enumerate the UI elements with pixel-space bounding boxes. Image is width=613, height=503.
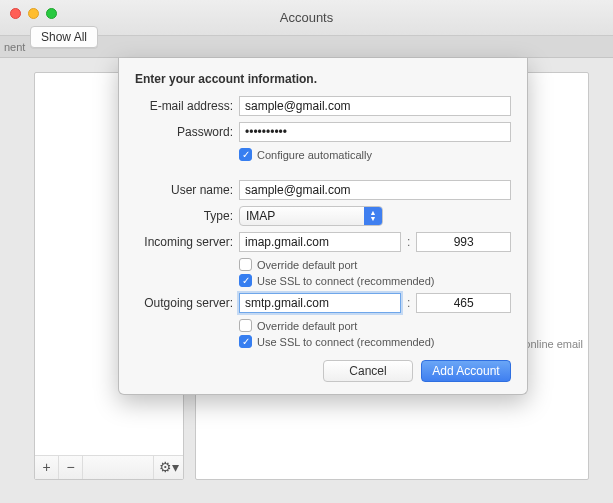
configure-auto-checkbox[interactable]: ✓ [239, 148, 252, 161]
override-outgoing-checkbox[interactable] [239, 319, 252, 332]
override-outgoing-label: Override default port [257, 320, 357, 332]
close-icon[interactable] [10, 8, 21, 19]
account-info-sheet: Enter your account information. E-mail a… [118, 58, 528, 395]
cancel-button[interactable]: Cancel [323, 360, 413, 382]
type-value: IMAP [246, 209, 275, 223]
incoming-port-field[interactable] [416, 232, 511, 252]
minimize-icon[interactable] [28, 8, 39, 19]
main-area: + − ⚙▾ online email Enter your account i… [0, 58, 613, 503]
outgoing-port-field[interactable] [416, 293, 511, 313]
zoom-icon[interactable] [46, 8, 57, 19]
override-incoming-checkbox[interactable] [239, 258, 252, 271]
password-field[interactable] [239, 122, 511, 142]
gear-icon[interactable]: ⚙▾ [153, 456, 183, 479]
account-list-footer: + − ⚙▾ [35, 455, 183, 479]
show-all-button[interactable]: Show All [30, 26, 98, 48]
label-type: Type: [135, 209, 233, 223]
ssl-incoming-checkbox[interactable]: ✓ [239, 274, 252, 287]
email-field[interactable] [239, 96, 511, 116]
label-password: Password: [135, 125, 233, 139]
add-account-button[interactable]: Add Account [421, 360, 511, 382]
override-incoming-label: Override default port [257, 259, 357, 271]
label-email: E-mail address: [135, 99, 233, 113]
chevron-updown-icon: ▲▼ [364, 207, 382, 225]
window-title: Accounts [0, 10, 613, 25]
user-field[interactable] [239, 180, 511, 200]
toolbar-fragment: nent [4, 41, 25, 53]
label-incoming: Incoming server: [135, 235, 233, 249]
window-controls [10, 8, 57, 19]
label-outgoing: Outgoing server: [135, 296, 233, 310]
ssl-outgoing-checkbox[interactable]: ✓ [239, 335, 252, 348]
sheet-heading: Enter your account information. [135, 72, 511, 86]
colon: : [407, 296, 410, 310]
ssl-incoming-label: Use SSL to connect (recommended) [257, 275, 435, 287]
outgoing-server-field[interactable] [239, 293, 401, 313]
incoming-server-field[interactable] [239, 232, 401, 252]
colon: : [407, 235, 410, 249]
configure-auto-label: Configure automatically [257, 149, 372, 161]
ssl-outgoing-label: Use SSL to connect (recommended) [257, 336, 435, 348]
add-account-icon[interactable]: + [35, 456, 59, 479]
type-select[interactable]: IMAP ▲▼ [239, 206, 383, 226]
remove-account-icon[interactable]: − [59, 456, 83, 479]
hint-fragment: online email [524, 338, 583, 350]
label-user: User name: [135, 183, 233, 197]
